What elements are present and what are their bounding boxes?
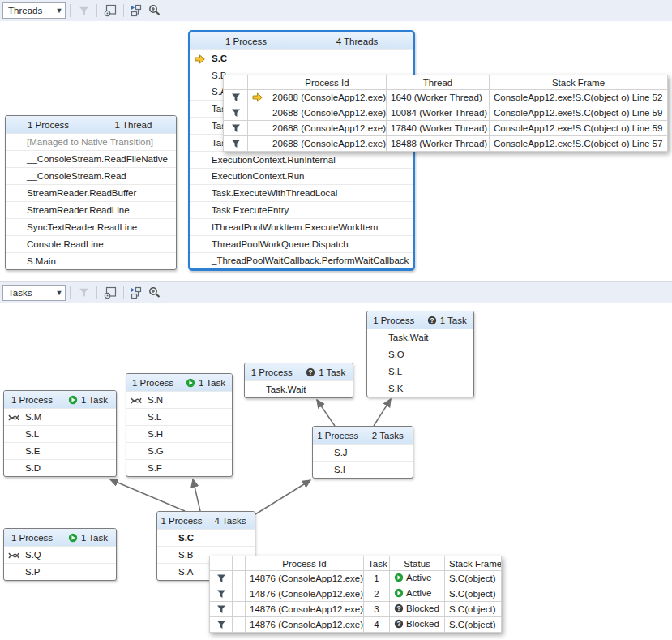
node-header[interactable]: 1 Process 2 Tasks — [313, 427, 413, 444]
task-grid-row[interactable]: 14876 (ConsoleApp12.exe) 2 Active S.C(ob… — [210, 586, 502, 602]
frame-label: S.Q — [25, 550, 41, 560]
stack-frame-row-active-elsewhere[interactable]: S.N — [126, 391, 232, 408]
stack-frame-row[interactable]: Task.Wait — [367, 329, 473, 346]
stack-frame-row[interactable]: Task.ExecuteEntry — [190, 201, 413, 218]
view-selector-threads[interactable]: Threads ▼ — [2, 2, 66, 19]
stack-frame-row[interactable]: S.J — [313, 444, 413, 461]
stack-frame-row[interactable]: __ConsoleStream.ReadFileNative — [6, 150, 176, 167]
stack-frame-row[interactable]: Console.ReadLine — [6, 235, 176, 252]
stack-frame-row[interactable]: S.I — [313, 461, 413, 478]
stack-frame-row[interactable]: IThreadPoolWorkItem.ExecuteWorkItem — [190, 218, 413, 235]
stack-frame-row[interactable]: ExecutionContext.Run — [190, 168, 413, 185]
stack-frame-row[interactable]: S.L — [4, 425, 116, 442]
stack-frame-row[interactable]: S.G — [126, 442, 232, 459]
zoom-control-button[interactable] — [147, 2, 163, 19]
thread-cell: 18488 (Worker Thread) — [387, 136, 490, 152]
stack-frame-row[interactable]: [Managed to Native Transition] — [6, 133, 176, 150]
process-id-cell: 20688 (ConsoleApp12.exe) — [268, 105, 387, 121]
stack-frame-row[interactable]: S.P — [4, 563, 116, 580]
current-column-header — [248, 75, 268, 90]
stack-frame-row[interactable]: __ConsoleStream.Read — [6, 167, 176, 184]
node-task-count: 4 Tasks — [206, 516, 255, 526]
stack-frame-row[interactable]: StreamReader.ReadBuffer — [6, 184, 176, 201]
grid-header-row: Process Id Thread Stack Frame — [224, 75, 668, 90]
stack-frame-row-active-elsewhere[interactable]: S.M — [4, 408, 116, 425]
show-external-code-button[interactable] — [102, 285, 118, 301]
thread-cell: 10084 (Worker Thread) — [387, 105, 490, 121]
flag-task-button[interactable] — [210, 602, 233, 617]
current-indicator-empty — [248, 105, 268, 121]
show-external-code-icon — [104, 4, 117, 17]
view-selector-tasks[interactable]: Tasks ▼ — [2, 285, 66, 301]
stack-frame-row[interactable]: S.O — [367, 346, 473, 363]
node-header[interactable]: 1 Process 1 Task — [126, 374, 232, 391]
node-header[interactable]: 1 Process 4 Tasks — [157, 512, 255, 529]
stack-frame-row-active-elsewhere[interactable]: S.Q — [4, 546, 116, 563]
show-external-code-button[interactable] — [102, 2, 118, 19]
stack-frame-row[interactable]: Task.ExecuteWithThreadLocal — [190, 184, 413, 201]
stack-frame-row[interactable]: S.L — [367, 363, 473, 380]
toggle-method-view-button[interactable] — [129, 285, 145, 301]
show-only-flagged-button[interactable] — [75, 2, 92, 19]
stack-frame-row[interactable]: Task.Wait — [245, 380, 353, 397]
node-header[interactable]: 1 Process 1 Task — [245, 363, 353, 380]
current-indicator-empty — [233, 617, 246, 633]
stack-frame-cell: ConsoleApp12.exe!S.C(object o) Line 59 — [490, 105, 668, 121]
stack-frame-row[interactable]: S.H — [126, 425, 232, 442]
stack-frame-row[interactable]: _ThreadPoolWaitCallback.PerformWaitCallb… — [190, 252, 413, 269]
task-node-wait-small[interactable]: 1 Process 1 Task Task.Wait — [244, 363, 353, 398]
thread-grid-row[interactable]: 20688 (ConsoleApp12.exe) 1640 (Worker Th… — [224, 90, 668, 105]
flag-task-button[interactable] — [210, 617, 233, 633]
stack-frame-row[interactable]: StreamReader.ReadLine — [6, 201, 176, 218]
toggle-method-view-button[interactable] — [129, 2, 145, 19]
stack-frame-row[interactable]: ThreadPoolWorkQueue.Dispatch — [190, 235, 413, 252]
task-grid-row[interactable]: 14876 (ConsoleApp12.exe) 4 Blocked S.C(o… — [210, 617, 502, 633]
node-header[interactable]: 1 Process 1 Task — [4, 529, 116, 546]
task-node-sq[interactable]: 1 Process 1 Task S.Q S.P — [3, 528, 117, 581]
node-header[interactable]: 1 Process 1 Task — [4, 391, 116, 408]
flag-thread-button[interactable] — [224, 105, 248, 121]
task-grid-row[interactable]: 14876 (ConsoleApp12.exe) 3 Blocked S.C(o… — [210, 602, 502, 617]
flag-thread-button[interactable] — [224, 121, 248, 136]
task-node-wait-large[interactable]: 1 Process 1 Task Task.Wait S.O S.L S.K — [366, 311, 474, 397]
stack-frame-row[interactable]: ExecutionContext.RunInternal — [190, 151, 413, 168]
show-only-flagged-button[interactable] — [75, 285, 92, 301]
stack-frame-row[interactable]: S.K — [367, 380, 473, 397]
flag-task-button[interactable] — [210, 586, 233, 602]
task-node-sm[interactable]: 1 Process 1 Task S.M S.L S.E S.D — [3, 390, 117, 477]
flag-column-header — [224, 75, 248, 90]
stack-frame-row[interactable]: S.L — [126, 408, 232, 425]
stack-frame-cell: S.C(object) — [445, 602, 502, 617]
current-indicator-empty — [233, 602, 246, 617]
active-status-icon — [394, 588, 404, 598]
stack-frame-row[interactable]: S.D — [4, 459, 116, 476]
view-selector-value: Tasks — [8, 288, 54, 298]
stack-node-main-thread[interactable]: 1 Process 1 Thread [Managed to Native Tr… — [5, 115, 177, 270]
thread-grid-row[interactable]: 20688 (ConsoleApp12.exe) 10084 (Worker T… — [224, 105, 668, 121]
task-count-label: 1 Task — [81, 533, 108, 543]
toolbar-separator — [96, 286, 97, 299]
task-node-two-tasks[interactable]: 1 Process 2 Tasks S.J S.I — [312, 426, 413, 479]
show-external-code-icon — [104, 286, 117, 299]
flag-thread-button[interactable] — [224, 136, 248, 152]
thread-grid-row[interactable]: 20688 (ConsoleApp12.exe) 17840 (Worker T… — [224, 121, 668, 136]
stack-frame-row[interactable]: S.C — [157, 529, 255, 546]
stack-frame-row[interactable]: SyncTextReader.ReadLine — [6, 218, 176, 235]
node-process-count: 1 Process — [190, 37, 302, 46]
task-node-sn[interactable]: 1 Process 1 Task S.N S.L S.H S.G S.F — [126, 373, 233, 477]
flag-task-button[interactable] — [210, 571, 233, 586]
flag-thread-button[interactable] — [224, 90, 248, 105]
node-header[interactable]: 1 Process 1 Task — [367, 311, 473, 329]
stack-frame-row[interactable]: S.F — [126, 459, 232, 476]
task-grid-row[interactable]: 14876 (ConsoleApp12.exe) 1 Active S.C(ob… — [210, 571, 502, 586]
zoom-control-button[interactable] — [147, 285, 163, 301]
stack-frame-row[interactable]: S.E — [4, 442, 116, 459]
node-header[interactable]: 1 Process 1 Thread — [6, 116, 176, 133]
node-process-count: 1 Process — [245, 367, 299, 377]
node-process-count: 1 Process — [4, 533, 60, 543]
column-header: Status — [390, 556, 445, 571]
thread-grid-row[interactable]: 20688 (ConsoleApp12.exe) 18488 (Worker T… — [224, 136, 668, 152]
node-header[interactable]: 1 Process 4 Threads — [190, 32, 413, 49]
stack-frame-row-current[interactable]: S.C — [190, 49, 413, 67]
stack-frame-row[interactable]: S.Main — [6, 252, 176, 269]
